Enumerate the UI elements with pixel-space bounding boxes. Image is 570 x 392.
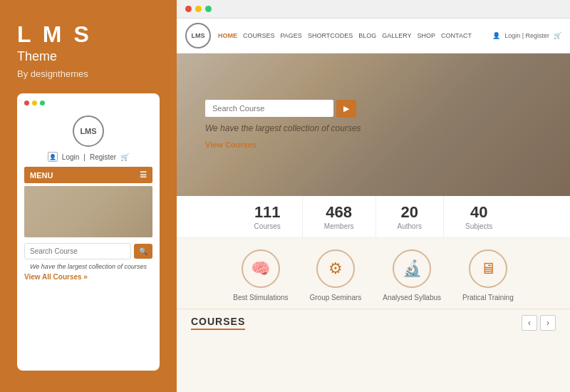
hero-cta-link[interactable]: View Courses	[205, 140, 256, 149]
hero-section: ▶ We have the largest collection of cour…	[177, 53, 570, 196]
nav-link-shortcodes[interactable]: SHORTCODES	[308, 32, 353, 39]
courses-navigation: ‹ ›	[522, 315, 556, 331]
nav-link-blog[interactable]: BLOG	[358, 32, 376, 39]
mobile-menu-bar[interactable]: MENU ☰	[24, 167, 152, 183]
courses-title: COURSES	[191, 316, 245, 330]
mobile-hero-image	[24, 186, 152, 237]
nav-link-courses[interactable]: COURSES	[243, 32, 275, 39]
site-navigation: LMS HOME COURSES PAGES SHORTCODES BLOG G…	[177, 19, 570, 53]
right-panel: LMS HOME COURSES PAGES SHORTCODES BLOG G…	[177, 0, 570, 392]
features-section: 🧠 Best Stimulations ⚙ Group Seminars 🔬 A…	[177, 238, 570, 309]
site-cart-icon: 🛒	[554, 32, 561, 39]
feature-gear-icon: ⚙	[316, 249, 355, 288]
mobile-card-dots	[24, 100, 152, 105]
site-user-icon: 👤	[492, 32, 500, 39]
mobile-menu-label: MENU	[30, 171, 53, 180]
stat-authors: 20 Authors	[376, 196, 444, 237]
dot-yellow	[32, 100, 37, 105]
mobile-tagline: We have the largest collection of course…	[24, 263, 152, 270]
browser-dot-green	[205, 6, 212, 12]
stat-members: 468 Members	[303, 196, 376, 237]
feature-brain-icon: 🧠	[242, 249, 280, 288]
hero-content: ▶ We have the largest collection of cour…	[177, 100, 361, 150]
hero-search-input[interactable]	[205, 100, 333, 117]
nav-link-home[interactable]: HOME	[218, 32, 237, 39]
site-logo: LMS	[185, 23, 211, 48]
mobile-register-text[interactable]: Register	[90, 153, 116, 161]
mobile-login-bar: 👤 Login | Register 🛒	[24, 150, 152, 164]
mobile-view-all-link[interactable]: View All Courses »	[24, 273, 152, 281]
courses-prev-button[interactable]: ‹	[522, 315, 537, 331]
dot-green	[40, 100, 45, 105]
mobile-cart-icon: 🛒	[120, 153, 129, 161]
left-panel: L M S Theme By designthemes LMS 👤 Login …	[0, 0, 177, 392]
mobile-search-row: 🔍	[24, 243, 152, 259]
courses-next-button[interactable]: ›	[540, 315, 556, 331]
mobile-user-icon: 👤	[48, 152, 58, 162]
mobile-separator: |	[83, 153, 86, 161]
nav-link-shop[interactable]: SHOP	[418, 32, 436, 39]
browser-dot-red	[185, 6, 192, 12]
stat-courses-number: 111	[254, 203, 281, 222]
stat-subjects-number: 40	[465, 203, 492, 222]
stat-members-label: Members	[324, 222, 354, 230]
stat-authors-label: Authors	[398, 222, 422, 230]
stat-courses-label: Courses	[254, 222, 281, 230]
stat-members-number: 468	[324, 203, 354, 222]
feature-practical-training: 🖥 Pratical Training	[462, 249, 514, 301]
hero-search-button[interactable]: ▶	[336, 100, 356, 118]
mobile-logo: LMS	[73, 115, 104, 147]
app-subtitle: Theme	[17, 49, 160, 64]
mobile-logo-area: LMS	[24, 110, 152, 150]
hero-tagline: We have the largest collection of course…	[205, 123, 361, 133]
feature-group-seminars-label: Group Seminars	[310, 294, 362, 301]
site-nav-right: 👤 Login | Register 🛒	[492, 32, 561, 39]
mobile-search-button[interactable]: 🔍	[134, 244, 152, 259]
app-title: L M S	[17, 21, 160, 48]
stat-subjects-label: Subjects	[465, 222, 492, 230]
feature-analysed-syllabus: 🔬 Analysed Syllabus	[383, 249, 441, 301]
mobile-menu-icon: ☰	[140, 170, 147, 180]
nav-link-contact[interactable]: CONTACT	[441, 32, 472, 39]
feature-best-stimulations-label: Best Stimulations	[233, 294, 288, 301]
browser-dot-yellow	[195, 6, 202, 12]
app-author: By designthemes	[17, 68, 160, 79]
stats-row: 111 Courses 468 Members 20 Authors 40 Su…	[177, 196, 570, 238]
feature-analysed-syllabus-label: Analysed Syllabus	[383, 294, 441, 301]
feature-flask-icon: 🔬	[393, 249, 431, 288]
site-login-register[interactable]: Login | Register	[504, 32, 549, 39]
stat-subjects: 40 Subjects	[444, 196, 514, 237]
website-preview: LMS HOME COURSES PAGES SHORTCODES BLOG G…	[177, 19, 570, 392]
stat-authors-number: 20	[398, 203, 422, 222]
mobile-login-text[interactable]: Login	[62, 153, 79, 161]
nav-link-gallery[interactable]: GALLERY	[382, 32, 411, 39]
feature-monitor-icon: 🖥	[469, 249, 507, 288]
feature-best-stimulations: 🧠 Best Stimulations	[233, 249, 288, 301]
stat-courses: 111 Courses	[233, 196, 303, 237]
feature-group-seminars: ⚙ Group Seminars	[310, 249, 362, 301]
mobile-preview-card: LMS 👤 Login | Register 🛒 MENU ☰ 🔍 We hav…	[17, 93, 160, 371]
site-nav-links: HOME COURSES PAGES SHORTCODES BLOG GALLE…	[218, 32, 485, 39]
mobile-search-input[interactable]	[24, 243, 131, 259]
courses-header: COURSES ‹ ›	[191, 315, 556, 331]
browser-chrome	[177, 0, 570, 19]
hero-search-bar: ▶	[205, 100, 361, 118]
nav-link-pages[interactable]: PAGES	[281, 32, 302, 39]
feature-practical-training-label: Pratical Training	[462, 294, 514, 301]
dot-red	[24, 100, 29, 105]
courses-section: COURSES ‹ ›	[177, 309, 570, 336]
